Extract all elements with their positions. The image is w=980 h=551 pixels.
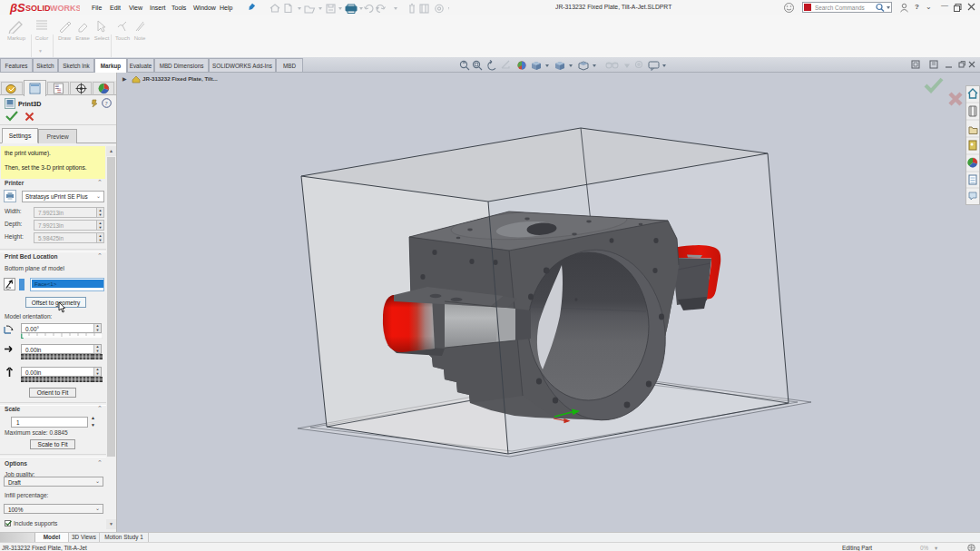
svg-text:SOLID: SOLID <box>25 4 51 13</box>
svg-text:βS: βS <box>9 1 25 15</box>
svg-text:☰: ☰ <box>57 88 62 93</box>
svg-text:?: ? <box>104 100 107 107</box>
svg-text:WORKS: WORKS <box>50 4 80 13</box>
